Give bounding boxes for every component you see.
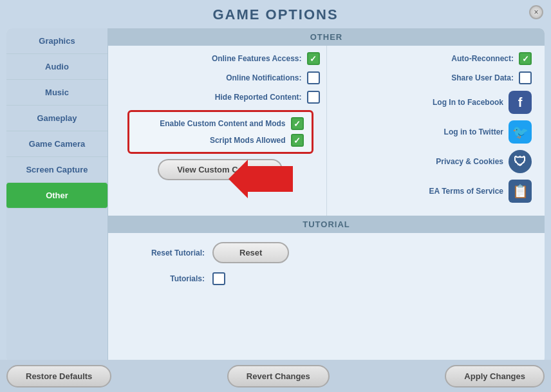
bottom-bar: Restore Defaults Revert Changes Apply Ch… bbox=[0, 360, 551, 392]
script-mods-label: Script Mods Allowed bbox=[210, 136, 286, 145]
sidebar-item-other[interactable]: Other bbox=[6, 183, 107, 209]
enable-custom-checkbox[interactable] bbox=[291, 117, 304, 130]
tutorials-label: Tutorials: bbox=[127, 274, 205, 283]
twitter-row: Log in to Twitter 🐦 bbox=[333, 120, 532, 144]
view-custom-content-button[interactable]: View Custom Content bbox=[158, 159, 283, 180]
title-bar: Game Options × bbox=[0, 0, 551, 28]
auto-reconnect-row: Auto-Reconnect: bbox=[333, 52, 532, 65]
online-features-checkbox[interactable] bbox=[307, 52, 320, 65]
online-features-label: Online Features Access: bbox=[212, 54, 302, 63]
hide-reported-row: Hide Reported Content: bbox=[121, 91, 320, 104]
apply-changes-button[interactable]: Apply Changes bbox=[445, 365, 545, 387]
enable-custom-label: Enable Custom Content and Mods bbox=[160, 119, 285, 128]
restore-defaults-button[interactable]: Restore Defaults bbox=[6, 365, 111, 387]
close-button[interactable]: × bbox=[529, 5, 543, 19]
hide-reported-checkbox[interactable] bbox=[307, 91, 320, 104]
facebook-label: Log In to Facebook bbox=[420, 98, 503, 107]
auto-reconnect-label: Auto-Reconnect: bbox=[430, 54, 514, 63]
share-user-data-checkbox[interactable] bbox=[519, 71, 532, 84]
online-notifications-checkbox[interactable] bbox=[307, 71, 320, 84]
terms-label: EA Terms of Service bbox=[420, 187, 503, 196]
sidebar-item-game-camera[interactable]: Game Camera bbox=[6, 131, 107, 157]
tutorial-content: Reset Tutorial: Reset Tutorials: bbox=[108, 233, 545, 303]
sidebar-item-audio[interactable]: Audio bbox=[6, 54, 107, 80]
content-area: Other Online Features Access: Online Not… bbox=[108, 28, 545, 363]
main-container: Graphics Audio Music Gameplay Game Camer… bbox=[6, 28, 545, 363]
sidebar-item-music[interactable]: Music bbox=[6, 80, 107, 106]
privacy-cookies-icon[interactable]: 🛡 bbox=[509, 150, 532, 173]
share-user-data-row: Share User Data: bbox=[333, 71, 532, 84]
left-panel: Online Features Access: Online Notificat… bbox=[108, 46, 327, 216]
auto-reconnect-checkbox[interactable] bbox=[519, 52, 532, 65]
reset-tutorial-row: Reset Tutorial: Reset bbox=[127, 242, 525, 263]
other-content: Online Features Access: Online Notificat… bbox=[108, 46, 545, 216]
script-mods-row: Script Mods Allowed bbox=[137, 134, 304, 147]
right-panel: Auto-Reconnect: Share User Data: Log In … bbox=[327, 46, 545, 216]
facebook-row: Log In to Facebook f bbox=[333, 91, 532, 114]
sidebar: Graphics Audio Music Gameplay Game Camer… bbox=[6, 28, 108, 363]
tutorials-checkbox[interactable] bbox=[212, 272, 225, 285]
twitter-label: Log in to Twitter bbox=[420, 127, 503, 136]
sidebar-item-gameplay[interactable]: Gameplay bbox=[6, 106, 107, 131]
privacy-row: Privacy & Cookies 🛡 bbox=[333, 150, 532, 173]
online-notifications-row: Online Notifications: bbox=[121, 71, 320, 84]
sidebar-item-screen-capture[interactable]: Screen Capture bbox=[6, 157, 107, 183]
online-features-row: Online Features Access: bbox=[121, 52, 320, 65]
script-mods-checkbox[interactable] bbox=[291, 134, 304, 147]
revert-changes-button[interactable]: Revert Changes bbox=[227, 365, 330, 387]
terms-icon[interactable]: 📋 bbox=[509, 180, 532, 203]
facebook-icon[interactable]: f bbox=[509, 91, 532, 114]
hide-reported-label: Hide Reported Content: bbox=[215, 93, 302, 102]
tutorial-section-header: Tutorial bbox=[108, 216, 545, 233]
reset-tutorial-label: Reset Tutorial: bbox=[127, 248, 205, 257]
sidebar-item-graphics[interactable]: Graphics bbox=[6, 28, 107, 54]
share-user-data-label: Share User Data: bbox=[430, 73, 514, 82]
twitter-icon[interactable]: 🐦 bbox=[509, 120, 532, 144]
privacy-label: Privacy & Cookies bbox=[420, 157, 503, 166]
terms-row: EA Terms of Service 📋 bbox=[333, 180, 532, 203]
online-notifications-label: Online Notifications: bbox=[226, 73, 301, 82]
view-custom-content-container: View Custom Content bbox=[127, 159, 313, 180]
tutorials-row: Tutorials: bbox=[127, 272, 525, 285]
enable-custom-row: Enable Custom Content and Mods bbox=[137, 117, 304, 130]
reset-tutorial-button[interactable]: Reset bbox=[212, 242, 289, 263]
other-section-header: Other bbox=[108, 28, 545, 46]
page-title: Game Options bbox=[0, 6, 551, 23]
custom-content-highlight-box: Enable Custom Content and Mods Script Mo… bbox=[127, 110, 313, 154]
